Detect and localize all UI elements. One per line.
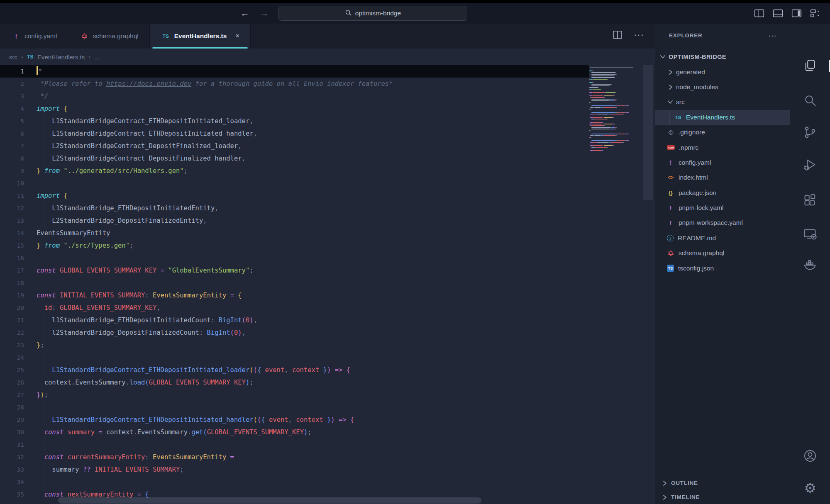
tree-item-schema.graphql[interactable]: schema.graphql xyxy=(655,246,790,261)
nav-forward-button[interactable]: → xyxy=(258,7,271,19)
horizontal-scrollbar[interactable] xyxy=(58,497,481,504)
tree-item-.gitignore[interactable]: .gitignore xyxy=(655,125,790,140)
code-line-13[interactable]: 13L2StandardBridge_DepositFinalizedEntit… xyxy=(0,214,655,227)
tree-item-config.yaml[interactable]: !config.yaml xyxy=(655,155,790,170)
code-line-28[interactable]: 28 xyxy=(0,401,655,414)
code-line-15[interactable]: 15} from "./src/Types.gen"; xyxy=(0,239,655,252)
code-text: l1StandardBridge_ETHDepositInitiatedCoun… xyxy=(37,314,257,326)
code-line-30[interactable]: 30const summary = context.EventsSummary.… xyxy=(0,426,655,438)
breadcrumb-segment[interactable]: src xyxy=(9,54,17,61)
tab-schema.graphql[interactable]: schema.graphql xyxy=(68,24,149,49)
code-line-18[interactable]: 18 xyxy=(0,277,655,289)
tab-EventHandlers.ts[interactable]: TSEventHandlers.ts× xyxy=(150,24,251,49)
code-line-20[interactable]: 20id: GLOBAL_EVENTS_SUMMARY_KEY, xyxy=(0,302,655,314)
code-line-16[interactable]: 16 xyxy=(0,252,655,264)
docker-icon[interactable] xyxy=(803,257,817,271)
panel-left-icon[interactable] xyxy=(754,8,765,19)
line-number: 23 xyxy=(0,339,24,351)
section-timeline[interactable]: TIMELINE xyxy=(655,490,790,504)
code-line-3[interactable]: 3*/ xyxy=(0,90,655,102)
code-line-17[interactable]: 17const GLOBAL_EVENTS_SUMMARY_KEY = "Glo… xyxy=(0,264,655,277)
tree-item-pnpm-workspace.yaml[interactable]: !pnpm-workspace.yaml xyxy=(655,215,790,230)
code-line-19[interactable]: 19const INITIAL_EVENTS_SUMMARY: EventsSu… xyxy=(0,289,655,302)
code-line-12[interactable]: 12L1StandardBridge_ETHDepositInitiatedEn… xyxy=(0,202,655,214)
split-editor-icon[interactable] xyxy=(612,29,623,40)
debug-icon[interactable] xyxy=(803,158,817,172)
tree-item-README.md[interactable]: iREADME.md xyxy=(655,231,790,246)
tab-label: schema.graphql xyxy=(93,32,138,40)
explorer-sidebar: EXPLORER ··· OPTIMISM-BRIDGEgeneratednod… xyxy=(655,24,790,504)
code-line-23[interactable]: 23}; xyxy=(0,339,655,351)
panel-bottom-icon[interactable] xyxy=(772,8,784,19)
yaml-warning-icon: ! xyxy=(12,32,20,40)
account-icon[interactable] xyxy=(803,449,817,463)
code-line-29[interactable]: 29L1StandardBridgeContract_ETHDepositIni… xyxy=(0,414,655,426)
code-line-24[interactable]: 24 xyxy=(0,351,655,364)
breadcrumb-segment[interactable]: EventHandlers.ts xyxy=(37,54,85,61)
minimap[interactable] xyxy=(589,65,642,239)
tree-root-optimism-bridge[interactable]: OPTIMISM-BRIDGE xyxy=(655,49,790,64)
breadcrumb-separator: › xyxy=(88,54,90,60)
remote-icon[interactable] xyxy=(803,227,817,241)
code-line-5[interactable]: 5L1StandardBridgeContract_ETHDepositInit… xyxy=(0,115,655,127)
more-actions-icon[interactable]: ··· xyxy=(634,29,644,40)
code-editor[interactable]: 1*2*Please refer to https://docs.envio.d… xyxy=(0,65,655,504)
root-folder-label: OPTIMISM-BRIDGE xyxy=(669,54,726,60)
code-line-1[interactable]: 1* xyxy=(0,65,589,78)
layout-icon[interactable] xyxy=(810,8,821,19)
yaml-warning-icon: ! xyxy=(667,204,674,212)
settings-icon[interactable]: ⚙ xyxy=(803,481,817,495)
tree-item-node_modules[interactable]: node_modules xyxy=(655,80,790,95)
panel-right-icon[interactable] xyxy=(791,8,802,19)
tree-item-.npmrc[interactable]: npm.npmrc xyxy=(655,140,790,155)
code-line-26[interactable]: 26context.EventsSummary.load(GLOBAL_EVEN… xyxy=(0,376,655,389)
code-line-14[interactable]: 14EventsSummaryEntity xyxy=(0,227,655,239)
code-line-7[interactable]: 7L2StandardBridgeContract_DepositFinaliz… xyxy=(0,140,655,152)
vscode-window: ← → optimism-bridge !config.yamlschema.g… xyxy=(0,0,830,504)
command-center-search[interactable]: optimism-bridge xyxy=(278,6,467,21)
code-line-32[interactable]: 32const currentSummaryEntity: EventsSumm… xyxy=(0,451,655,463)
breadcrumb-segment[interactable]: ... xyxy=(94,54,100,61)
code-line-11[interactable]: 11import { xyxy=(0,190,655,202)
files-icon[interactable] xyxy=(803,59,817,73)
tree-item-package.json[interactable]: {}package.json xyxy=(655,185,790,200)
sidebar-title: EXPLORER xyxy=(669,32,703,39)
file-label: .gitignore xyxy=(679,129,705,136)
code-line-6[interactable]: 6L1StandardBridgeContract_ETHDepositInit… xyxy=(0,127,655,140)
code-line-21[interactable]: 21l1StandardBridge_ETHDepositInitiatedCo… xyxy=(0,314,655,326)
search-icon[interactable] xyxy=(803,93,817,107)
code-line-4[interactable]: 4import { xyxy=(0,102,655,115)
code-line-2[interactable]: 2*Please refer to https://docs.envio.dev… xyxy=(0,78,655,90)
tab-config.yaml[interactable]: !config.yaml xyxy=(0,24,68,49)
tree-item-src[interactable]: src xyxy=(655,95,790,110)
line-number: 31 xyxy=(0,438,24,451)
code-line-10[interactable]: 10 xyxy=(0,177,655,190)
vertical-scrollbar[interactable] xyxy=(643,65,653,200)
code-text: l2StandardBridge_DepositFinalizedCount: … xyxy=(37,326,246,339)
extensions-icon[interactable] xyxy=(803,194,817,208)
tree-item-tsconfig.json[interactable]: TStsconfig.json xyxy=(655,261,790,275)
tree-item-pnpm-lock.yaml[interactable]: !pnpm-lock.yaml xyxy=(655,200,790,215)
nav-back-button[interactable]: ← xyxy=(239,7,251,19)
code-line-22[interactable]: 22l2StandardBridge_DepositFinalizedCount… xyxy=(0,326,655,339)
code-line-33[interactable]: 33summary ?? INITIAL_EVENTS_SUMMARY; xyxy=(0,463,655,476)
code-line-31[interactable]: 31 xyxy=(0,438,655,451)
section-outline[interactable]: OUTLINE xyxy=(655,476,790,490)
line-number: 13 xyxy=(0,214,24,227)
line-number: 10 xyxy=(0,177,24,190)
sidebar-more-icon[interactable]: ··· xyxy=(768,31,776,40)
tree-item-index.html[interactable]: <>index.html xyxy=(655,170,790,185)
source-control-icon[interactable] xyxy=(803,125,817,139)
tree-item-EventHandlers.ts[interactable]: TSEventHandlers.ts xyxy=(655,110,790,125)
code-line-34[interactable]: 34 xyxy=(0,476,655,488)
line-number: 32 xyxy=(0,451,24,463)
tree-item-generated[interactable]: generated xyxy=(655,64,790,79)
line-number: 19 xyxy=(0,289,24,302)
code-text: L1StandardBridgeContract_ETHDepositIniti… xyxy=(37,127,257,140)
code-line-8[interactable]: 8L2StandardBridgeContract_DepositFinaliz… xyxy=(0,152,655,165)
tab-close-icon[interactable]: × xyxy=(235,32,239,40)
code-line-9[interactable]: 9} from "../generated/src/Handlers.gen"; xyxy=(0,165,655,177)
line-number: 20 xyxy=(0,302,24,314)
code-line-27[interactable]: 27}); xyxy=(0,389,655,401)
code-line-25[interactable]: 25L1StandardBridgeContract_ETHDepositIni… xyxy=(0,364,655,376)
